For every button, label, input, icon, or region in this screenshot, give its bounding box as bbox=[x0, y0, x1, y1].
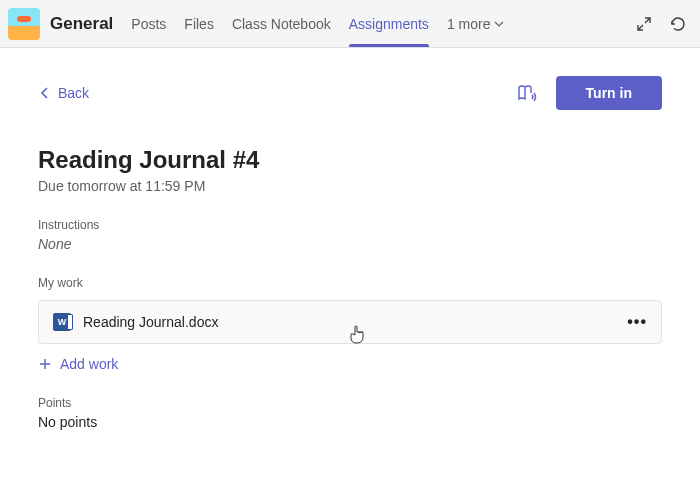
file-more-button[interactable]: ••• bbox=[627, 313, 647, 331]
header-actions: Turn in bbox=[516, 76, 662, 110]
expand-icon[interactable] bbox=[634, 14, 654, 34]
topbar-actions bbox=[634, 14, 688, 34]
file-name: Reading Journal.docx bbox=[83, 314, 627, 330]
file-row[interactable]: W Reading Journal.docx ••• bbox=[38, 300, 662, 344]
channel-name: General bbox=[50, 14, 113, 34]
points-label: Points bbox=[38, 396, 662, 410]
instructions-value: None bbox=[38, 236, 662, 252]
content-header: Back Turn in bbox=[38, 76, 662, 110]
refresh-icon[interactable] bbox=[668, 14, 688, 34]
add-work-label: Add work bbox=[60, 356, 118, 372]
back-label: Back bbox=[58, 85, 89, 101]
plus-icon bbox=[38, 357, 52, 371]
back-button[interactable]: Back bbox=[38, 85, 89, 101]
due-date: Due tomorrow at 11:59 PM bbox=[38, 178, 662, 194]
chevron-left-icon bbox=[38, 86, 52, 100]
more-tabs[interactable]: 1 more bbox=[447, 16, 505, 32]
assignment-content: Back Turn in Reading Journal #4 Due tomo… bbox=[0, 48, 700, 450]
more-tabs-label: 1 more bbox=[447, 16, 491, 32]
instructions-label: Instructions bbox=[38, 218, 662, 232]
add-work-button[interactable]: Add work bbox=[38, 356, 662, 372]
chevron-down-icon bbox=[494, 19, 504, 29]
tabs: Posts Files Class Notebook Assignments 1… bbox=[131, 0, 634, 47]
tab-assignments[interactable]: Assignments bbox=[349, 0, 429, 47]
points-value: No points bbox=[38, 414, 662, 430]
my-work-label: My work bbox=[38, 276, 662, 290]
team-avatar bbox=[8, 8, 40, 40]
tab-class-notebook[interactable]: Class Notebook bbox=[232, 0, 331, 47]
tab-posts[interactable]: Posts bbox=[131, 0, 166, 47]
assignment-title: Reading Journal #4 bbox=[38, 146, 662, 174]
top-bar: General Posts Files Class Notebook Assig… bbox=[0, 0, 700, 48]
turn-in-button[interactable]: Turn in bbox=[556, 76, 662, 110]
book-audio-icon bbox=[516, 82, 538, 104]
tab-files[interactable]: Files bbox=[184, 0, 214, 47]
immersive-reader-button[interactable] bbox=[516, 82, 538, 104]
word-doc-icon: W bbox=[53, 313, 71, 331]
